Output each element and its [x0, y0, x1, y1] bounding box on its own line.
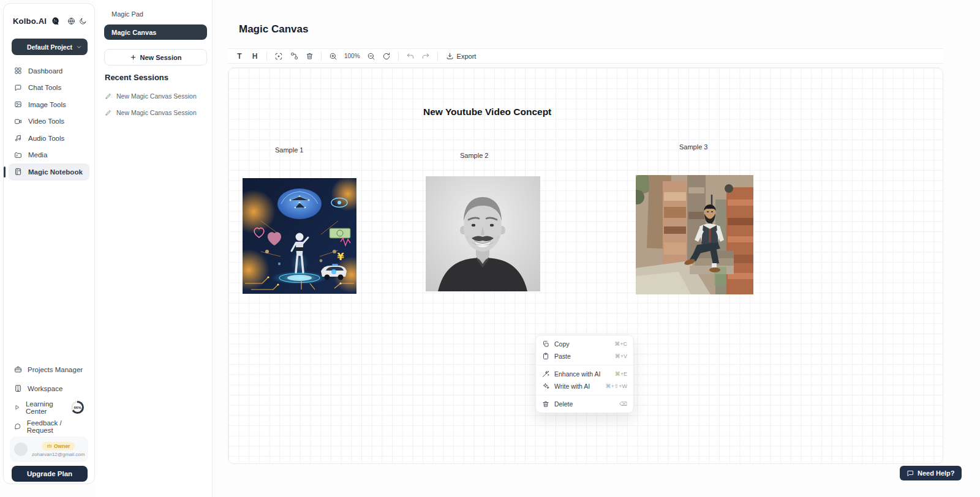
- canvas-image-man-on-ruins[interactable]: [636, 175, 753, 294]
- sidebar-item-label: Learning Center: [26, 400, 64, 415]
- canvas-toolbar: T H 100% Export: [228, 48, 943, 64]
- zoom-level-value: 100%: [344, 53, 360, 59]
- sample-label-2[interactable]: Sample 2: [460, 152, 488, 159]
- canvas-image-ai-robot[interactable]: ¥: [243, 178, 356, 294]
- zoom-in-button[interactable]: [327, 50, 339, 62]
- copy-icon: [542, 340, 549, 348]
- rotate-icon: [382, 52, 391, 61]
- recent-session-item[interactable]: New Magic Canvas Session: [105, 92, 197, 100]
- toolbar-separator: [266, 51, 267, 61]
- redo-button[interactable]: [420, 50, 432, 62]
- sidebar-item-feedback-request[interactable]: Feedback / Request: [9, 417, 89, 436]
- redo-icon: [421, 52, 430, 61]
- menu-item-paste[interactable]: Paste ⌘+V: [536, 350, 633, 362]
- plus-icon: [130, 54, 137, 61]
- primary-sidebar: Kolbo.AI Default Project Dashboard: [3, 3, 95, 484]
- pencil-icon: [105, 110, 111, 116]
- trash-icon: [542, 400, 549, 408]
- shortcut: ⌫: [619, 401, 627, 407]
- reset-view-button[interactable]: [380, 50, 393, 62]
- menu-item-copy[interactable]: Copy ⌘+C: [536, 338, 633, 350]
- heading-tool-button[interactable]: H: [249, 50, 261, 62]
- sidebar-item-label: Media: [28, 151, 47, 159]
- sidebar-item-magic-notebook[interactable]: Magic Notebook: [9, 163, 89, 181]
- sample-label-3[interactable]: Sample 3: [679, 143, 707, 151]
- menu-divider: [536, 365, 633, 365]
- sidebar-item-learning-center[interactable]: Learning Center 66%: [9, 398, 89, 417]
- sidebar-footer-nav: Projects Manager Workspace Learning Cent…: [9, 360, 89, 436]
- menu-divider: [536, 395, 633, 395]
- canvas-image-bw-portrait[interactable]: [426, 176, 540, 291]
- page-title: Magic Canvas: [239, 23, 308, 36]
- audio-icon: [14, 134, 22, 142]
- sidebar-item-image-tools[interactable]: Image Tools: [9, 96, 89, 113]
- chat-icon: [14, 84, 22, 92]
- new-session-button[interactable]: New Session: [104, 49, 207, 65]
- connector-icon: [290, 52, 298, 60]
- dashboard-icon: [14, 67, 22, 75]
- user-account-card[interactable]: Owner zoharvan12@gmail.com: [10, 436, 88, 462]
- wand-icon: [542, 370, 549, 378]
- toolbar-separator: [437, 51, 438, 61]
- undo-icon: [406, 52, 415, 61]
- canvas-heading-text[interactable]: New Youtube Video Concept: [423, 106, 551, 118]
- sidebar-item-audio-tools[interactable]: Audio Tools: [9, 130, 89, 147]
- shortcut: ⌘+⇧+W: [605, 383, 627, 389]
- delete-tool-button[interactable]: [303, 50, 315, 62]
- recent-session-item[interactable]: New Magic Canvas Session: [105, 109, 197, 116]
- project-selector-label: Default Project: [27, 43, 72, 51]
- connector-tool-button[interactable]: [288, 50, 300, 62]
- sidebar-item-workspace[interactable]: Workspace: [9, 379, 89, 398]
- pencil-icon: [105, 93, 111, 100]
- session-panel: Magic Pad Magic Canvas New Session Recen…: [96, 0, 213, 497]
- project-selector[interactable]: Default Project: [12, 39, 88, 55]
- menu-item-enhance-with-ai[interactable]: Enhance with AI ⌘+E: [536, 368, 633, 380]
- briefcase-icon: [14, 365, 22, 373]
- sample-label-1[interactable]: Sample 1: [275, 146, 303, 154]
- menu-item-write-with-ai[interactable]: Write with AI ⌘+⇧+W: [536, 380, 633, 392]
- sidebar-item-dashboard[interactable]: Dashboard: [9, 62, 89, 80]
- notebook-icon: [14, 168, 22, 176]
- tab-magic-canvas[interactable]: Magic Canvas: [104, 24, 207, 40]
- moon-icon: [79, 17, 87, 25]
- video-icon: [14, 118, 22, 125]
- sidebar-item-chat-tools[interactable]: Chat Tools: [9, 80, 89, 97]
- sidebar-item-label: Audio Tools: [28, 135, 64, 142]
- sidebar-item-media[interactable]: Media: [9, 147, 89, 164]
- brand-logo: Kolbo.AI: [13, 17, 47, 26]
- sidebar-item-projects-manager[interactable]: Projects Manager: [9, 360, 89, 379]
- context-menu: Copy ⌘+C Paste ⌘+V Enhance with AI ⌘+E W…: [535, 335, 634, 413]
- svg-text:¥: ¥: [337, 251, 344, 263]
- text-tool-button[interactable]: T: [233, 50, 246, 62]
- sidebar-item-label: Projects Manager: [28, 366, 83, 373]
- play-icon: [14, 403, 20, 411]
- export-button[interactable]: Export: [443, 52, 479, 60]
- avatar: [14, 443, 28, 456]
- language-globe-button[interactable]: [67, 17, 75, 25]
- toolbar-separator: [398, 51, 399, 61]
- undo-button[interactable]: [404, 50, 417, 62]
- need-help-button[interactable]: Need Help?: [900, 466, 962, 480]
- zoom-out-icon: [367, 52, 375, 61]
- dark-mode-toggle[interactable]: [79, 17, 87, 25]
- ai-select-tool-button[interactable]: [273, 50, 285, 62]
- crown-icon: [47, 443, 52, 449]
- help-chat-icon: [907, 469, 914, 477]
- upgrade-plan-button[interactable]: Upgrade Plan: [12, 466, 88, 482]
- sidebar-item-label: Feedback / Request: [27, 419, 84, 434]
- download-icon: [446, 52, 454, 60]
- chevron-down-icon: [76, 44, 82, 50]
- feedback-icon: [14, 422, 21, 430]
- sidebar-item-label: Dashboard: [28, 67, 62, 75]
- user-email: zoharvan12@gmail.com: [32, 452, 85, 457]
- sidebar-item-label: Video Tools: [28, 118, 64, 125]
- zoom-out-button[interactable]: [365, 50, 377, 62]
- sparkles-icon: [542, 383, 549, 390]
- tab-magic-pad[interactable]: Magic Pad: [104, 7, 207, 21]
- primary-nav: Dashboard Chat Tools Image Tools Video T…: [9, 62, 89, 181]
- sidebar-item-video-tools[interactable]: Video Tools: [9, 113, 89, 130]
- menu-item-delete[interactable]: Delete ⌫: [536, 398, 633, 410]
- trash-icon: [306, 52, 314, 60]
- building-icon: [14, 384, 22, 392]
- sidebar-item-label: Workspace: [28, 385, 62, 392]
